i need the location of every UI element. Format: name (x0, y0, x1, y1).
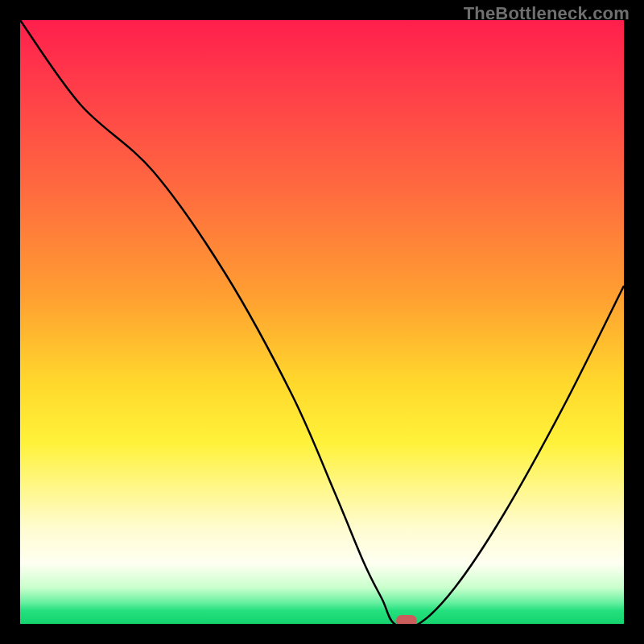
chart-frame: TheBottleneck.com (0, 0, 644, 644)
watermark-text: TheBottleneck.com (464, 3, 630, 24)
plot-area (20, 20, 624, 624)
optimal-point-marker (396, 615, 417, 624)
curve-path (20, 20, 624, 624)
bottleneck-curve (20, 20, 624, 624)
